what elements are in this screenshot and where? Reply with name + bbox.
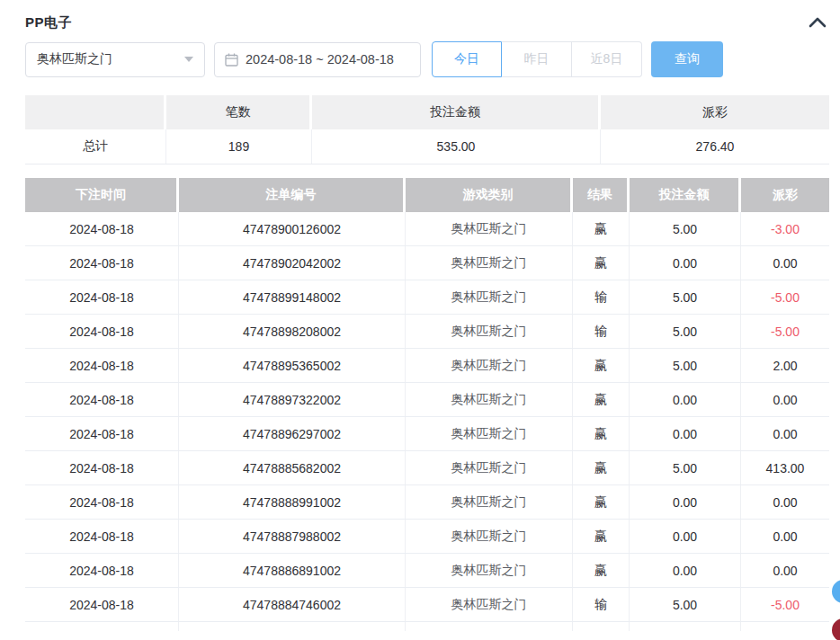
order-id-cell: 47478900126002	[179, 212, 406, 245]
chevron-down-icon	[184, 57, 193, 62]
result-cell: 输	[573, 315, 630, 348]
payout-cell: -5.00	[741, 280, 829, 314]
summary-total-cell: 总计	[25, 129, 166, 164]
bets-header-cell: 游戏类别	[406, 178, 573, 212]
bet-time-cell: 2024-08-18	[25, 383, 179, 416]
summary-total-row: 总计189535.00276.40	[25, 129, 829, 164]
game-name-cell: 奥林匹斯之门	[406, 246, 573, 280]
summary-total-cell: 189	[166, 129, 312, 164]
order-id-cell: 47478886891002	[179, 554, 406, 587]
summary-header-cell	[25, 95, 166, 129]
game-name-cell: 奥林匹斯之门	[406, 520, 573, 553]
bet-amount-cell: 5.00	[630, 315, 741, 348]
bet-time-cell: 2024-08-18	[25, 315, 179, 348]
bet-time-cell: 2024-08-18	[25, 280, 179, 314]
result-cell: 赢	[573, 383, 630, 416]
table-row: 2024-08-1847478885682002奥林匹斯之门赢5.00413.0…	[25, 451, 829, 485]
payout-cell: 0.00	[741, 383, 829, 416]
game-name-cell: 奥林匹斯之门	[406, 315, 573, 348]
bet-amount-cell: 0.00	[630, 246, 741, 280]
result-cell: 输	[573, 280, 630, 314]
payout-cell: 0.00	[741, 246, 829, 280]
bet-amount-cell: 0.00	[630, 554, 741, 587]
bet-time-cell: 2024-08-18	[25, 451, 179, 484]
summary-header-cell: 笔数	[166, 95, 312, 129]
bet-time-cell: 2024-08-18	[25, 212, 179, 245]
bet-amount-cell: 5.00	[630, 349, 741, 382]
bet-amount-cell: 0.00	[630, 383, 741, 416]
pp-games-panel: PP电子 奥林匹斯之门 2024-08-18 ~ 2024-08-18 今日昨日…	[0, 0, 840, 640]
bets-header-cell: 结果	[573, 178, 630, 212]
summary-table: 笔数投注金额派彩 总计189535.00276.40	[25, 95, 829, 164]
result-cell: 赢	[573, 520, 630, 553]
order-id-cell: 47478888991002	[179, 485, 406, 519]
game-name-cell: 奥林匹斯之门	[406, 554, 573, 587]
result-cell: 赢	[573, 349, 630, 382]
payout-cell: -3.00	[741, 212, 829, 245]
game-select[interactable]: 奥林匹斯之门	[25, 42, 205, 77]
result-cell: 赢	[573, 417, 630, 450]
table-row: 2024-08-1847478884746002奥林匹斯之门输5.00-5.00	[25, 588, 829, 622]
bets-table-body: 2024-08-1847478900126002奥林匹斯之门赢5.00-3.00…	[25, 212, 829, 622]
order-id-cell: 47478897322002	[179, 383, 406, 416]
game-name-cell: 奥林匹斯之门	[406, 349, 573, 382]
payout-cell: -5.00	[741, 315, 829, 348]
result-cell: 赢	[573, 485, 630, 519]
quick-range-button-2[interactable]: 近8日	[572, 41, 642, 77]
payout-cell: -5.00	[741, 588, 829, 621]
payout-cell: 0.00	[741, 485, 829, 519]
calendar-icon	[225, 53, 238, 67]
table-row: 2024-08-1847478896297002奥林匹斯之门赢0.000.00	[25, 417, 829, 451]
order-id-cell: 47478896297002	[179, 417, 406, 450]
table-row: 2024-08-1847478897322002奥林匹斯之门赢0.000.00	[25, 383, 829, 417]
summary-total-cell: 276.40	[601, 129, 829, 164]
result-cell: 赢	[573, 246, 630, 280]
bet-amount-cell: 0.00	[630, 485, 741, 519]
quick-range-button-0[interactable]: 今日	[432, 41, 502, 77]
result-cell: 赢	[573, 212, 630, 245]
game-name-cell: 奥林匹斯之门	[406, 451, 573, 484]
bet-time-cell: 2024-08-18	[25, 417, 179, 450]
result-cell: 输	[573, 588, 630, 621]
bets-header-cell: 投注金额	[630, 178, 741, 212]
payout-cell: 413.00	[741, 451, 829, 484]
bets-partial-row	[25, 622, 829, 631]
summary-total-cell: 535.00	[312, 129, 601, 164]
query-button[interactable]: 查询	[651, 41, 723, 77]
table-row: 2024-08-1847478902042002奥林匹斯之门赢0.000.00	[25, 246, 829, 280]
order-id-cell: 47478902042002	[179, 246, 406, 280]
bet-time-cell: 2024-08-18	[25, 485, 179, 519]
result-cell: 赢	[573, 554, 630, 587]
game-select-value: 奥林匹斯之门	[37, 51, 112, 67]
summary-header-row: 笔数投注金额派彩	[25, 95, 829, 129]
bets-header-cell: 下注时间	[25, 178, 179, 212]
bet-time-cell: 2024-08-18	[25, 349, 179, 382]
panel-title: PP电子	[25, 14, 72, 31]
bet-time-cell: 2024-08-18	[25, 554, 179, 587]
game-name-cell: 奥林匹斯之门	[406, 588, 573, 621]
quick-range-button-1[interactable]: 昨日	[502, 41, 572, 77]
order-id-cell: 47478884746002	[179, 588, 406, 621]
summary-header-cell: 投注金额	[312, 95, 601, 129]
order-id-cell: 47478885682002	[179, 451, 406, 484]
quick-range-group: 今日昨日近8日	[432, 41, 642, 77]
table-row: 2024-08-1847478899148002奥林匹斯之门输5.00-5.00	[25, 280, 829, 315]
bet-amount-cell: 0.00	[630, 520, 741, 553]
bet-amount-cell: 5.00	[630, 212, 741, 245]
collapse-panel-button[interactable]	[806, 12, 829, 33]
payout-cell: 0.00	[741, 554, 829, 587]
bet-amount-cell: 5.00	[630, 451, 741, 484]
bet-time-cell: 2024-08-18	[25, 246, 179, 280]
bet-time-cell: 2024-08-18	[25, 588, 179, 621]
bet-amount-cell: 5.00	[630, 280, 741, 314]
date-range-picker[interactable]: 2024-08-18 ~ 2024-08-18	[214, 42, 421, 77]
order-id-cell: 47478887988002	[179, 520, 406, 553]
table-row: 2024-08-1847478900126002奥林匹斯之门赢5.00-3.00	[25, 212, 829, 246]
order-id-cell: 47478898208002	[179, 315, 406, 348]
bets-header-cell: 注单编号	[179, 178, 406, 212]
table-row: 2024-08-1847478887988002奥林匹斯之门赢0.000.00	[25, 520, 829, 554]
payout-cell: 0.00	[741, 417, 829, 450]
bet-amount-cell: 0.00	[630, 417, 741, 450]
game-name-cell: 奥林匹斯之门	[406, 212, 573, 245]
table-row: 2024-08-1847478888991002奥林匹斯之门赢0.000.00	[25, 485, 829, 520]
